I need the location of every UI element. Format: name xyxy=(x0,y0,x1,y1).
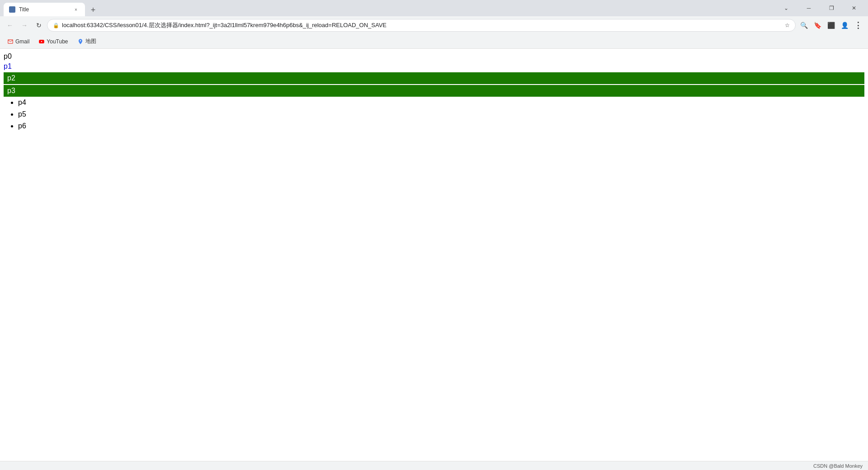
browser-window: Title × + ⌄ ← → ↻ xyxy=(0,0,868,470)
youtube-icon xyxy=(38,38,45,45)
search-button[interactable]: 🔍 xyxy=(797,19,810,32)
minimize-button[interactable] xyxy=(798,0,819,16)
minimize-icon xyxy=(807,5,811,11)
bookmarks-bar: Gmail YouTube 地图 xyxy=(0,34,868,49)
maps-icon xyxy=(77,38,84,45)
close-icon xyxy=(852,5,856,11)
status-text: CSDN @Bald Monkey xyxy=(813,463,863,469)
bookmark-youtube[interactable]: YouTube xyxy=(35,37,71,46)
forward-icon: → xyxy=(21,22,28,29)
youtube-label: YouTube xyxy=(47,38,68,45)
tab-list-icon: ⌄ xyxy=(784,5,788,11)
bookmark-icon: 🔖 xyxy=(814,22,821,29)
bookmark-maps[interactable]: 地图 xyxy=(74,36,100,47)
address-text: localhost:63342/CSS/lesson01/4.层次选择器/ind… xyxy=(62,21,782,29)
menu-button[interactable]: ⋮ xyxy=(852,19,864,32)
lock-icon: 🔒 xyxy=(53,23,59,28)
window-controls: ⌄ xyxy=(776,0,868,16)
title-bar: Title × + ⌄ xyxy=(0,0,868,16)
extensions-button[interactable]: ⬛ xyxy=(825,19,837,32)
restore-icon xyxy=(829,5,834,11)
gmail-label: Gmail xyxy=(15,38,29,45)
menu-icon: ⋮ xyxy=(854,20,862,30)
maps-label: 地图 xyxy=(85,38,96,45)
address-bar[interactable]: 🔒 localhost:63342/CSS/lesson01/4.层次选择器/i… xyxy=(47,19,796,32)
gmail-icon xyxy=(7,38,14,45)
tab-list-button[interactable]: ⌄ xyxy=(776,0,797,16)
reload-icon: ↻ xyxy=(36,22,42,29)
tab-strip: Title × + xyxy=(0,0,776,16)
new-tab-button[interactable]: + xyxy=(87,4,99,16)
restore-button[interactable] xyxy=(821,0,842,16)
tab-title: Title xyxy=(19,6,69,13)
back-button[interactable]: ← xyxy=(4,19,16,32)
bookmark-gmail[interactable]: Gmail xyxy=(4,37,33,46)
close-button[interactable] xyxy=(844,0,864,16)
list-item-p4: p4 xyxy=(18,99,864,107)
bookmark-button[interactable]: 🔖 xyxy=(811,19,824,32)
list-item-p5: p5 xyxy=(18,110,864,118)
status-bar: CSDN @Bald Monkey xyxy=(0,461,868,470)
browser-tab[interactable]: Title × xyxy=(4,3,85,16)
tab-favicon xyxy=(9,6,15,13)
page-body: p0 p1 p2 p3 p4 p5 p6 xyxy=(0,49,868,137)
page-content: p0 p1 p2 p3 p4 p5 p6 xyxy=(0,49,868,461)
profile-icon: 👤 xyxy=(841,22,849,29)
extensions-icon: ⬛ xyxy=(827,22,835,29)
nav-bar: ← → ↻ 🔒 localhost:63342/CSS/lesson01/4.层… xyxy=(0,16,868,34)
profile-button[interactable]: 👤 xyxy=(838,19,851,32)
paragraph-p0: p0 xyxy=(4,52,864,61)
bookmark-star-icon[interactable]: ☆ xyxy=(785,22,790,28)
forward-button[interactable]: → xyxy=(18,19,31,32)
search-icon: 🔍 xyxy=(800,22,808,29)
reload-button[interactable]: ↻ xyxy=(33,19,45,32)
tab-close-button[interactable]: × xyxy=(72,6,80,13)
back-icon: ← xyxy=(7,22,13,29)
nav-right-icons: 🔍 🔖 ⬛ 👤 ⋮ xyxy=(797,19,864,32)
list-container: p4 p5 p6 xyxy=(4,99,864,130)
paragraph-p1: p1 xyxy=(4,62,864,70)
paragraph-p3: p3 xyxy=(4,85,864,97)
list-item-p6: p6 xyxy=(18,122,864,130)
paragraph-p2: p2 xyxy=(4,72,864,84)
